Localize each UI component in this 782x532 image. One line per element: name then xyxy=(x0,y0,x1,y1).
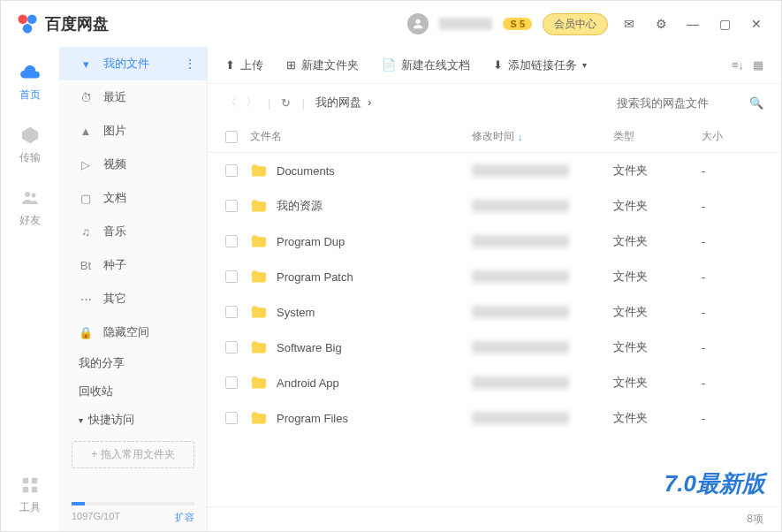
upload-button[interactable]: ⬆上传 xyxy=(225,57,263,73)
nav-label: 好友 xyxy=(19,213,41,228)
sidebar-icon: ▾ xyxy=(79,57,93,71)
file-name: Android App xyxy=(277,376,339,390)
nav-back[interactable]: 〈 xyxy=(225,95,237,110)
table-row[interactable]: Program Patch文件夹- xyxy=(208,259,781,294)
statusbar: 8项 xyxy=(208,506,781,531)
file-mtime xyxy=(472,306,569,318)
more-icon[interactable]: ⋮ xyxy=(184,57,196,71)
table-row[interactable]: Android App文件夹- xyxy=(208,365,781,400)
col-name[interactable]: 文件名 xyxy=(250,129,472,144)
titlebar: 百度网盘 S 5 会员中心 ✉ ⚙ — ▢ ✕ xyxy=(1,1,781,47)
row-checkbox[interactable] xyxy=(225,235,238,247)
sidebar-item-3[interactable]: ▷视频 xyxy=(59,148,207,181)
sidebar-item-8[interactable]: 🔒隐藏空间 xyxy=(59,315,207,349)
row-checkbox[interactable] xyxy=(225,200,238,212)
file-mtime xyxy=(472,200,569,212)
nav-friends[interactable]: 好友 xyxy=(19,186,42,228)
friends-icon xyxy=(19,187,41,209)
row-checkbox[interactable] xyxy=(225,412,238,424)
col-time[interactable]: 修改时间↓ xyxy=(472,129,613,144)
mail-icon[interactable]: ✉ xyxy=(619,13,640,34)
maximize-button[interactable]: ▢ xyxy=(714,13,735,34)
table-row[interactable]: Program Dup文件夹- xyxy=(208,224,781,259)
grid-view-icon[interactable]: ▦ xyxy=(753,58,763,72)
sidebar-icon: ▲ xyxy=(79,125,93,138)
table-row[interactable]: Documents文件夹- xyxy=(208,153,781,188)
nav-forward[interactable]: 〉 xyxy=(246,95,257,110)
sidebar-item-2[interactable]: ▲图片 xyxy=(59,114,207,148)
sidebar-item-0[interactable]: ▾我的文件⋮ xyxy=(59,47,207,80)
row-checkbox[interactable] xyxy=(225,164,238,177)
sidebar-label: 文档 xyxy=(103,190,126,206)
sidebar-item-5[interactable]: ♫音乐 xyxy=(59,215,207,248)
search-icon[interactable]: 🔍 xyxy=(749,96,763,110)
table-row[interactable]: 我的资源文件夹- xyxy=(208,188,781,224)
svg-point-2 xyxy=(23,24,33,34)
settings-icon[interactable]: ⚙ xyxy=(650,13,672,34)
svg-rect-7 xyxy=(23,478,28,483)
chevron-down-icon: ▾ xyxy=(582,60,587,70)
sidebar-item-1[interactable]: ⏱最近 xyxy=(59,80,207,114)
member-center-button[interactable]: 会员中心 xyxy=(543,13,608,35)
sidebar-label: 图片 xyxy=(103,123,126,139)
table-header: 文件名 修改时间↓ 类型 大小 xyxy=(208,121,781,153)
quickaccess-dropzone[interactable]: + 拖入常用文件夹 xyxy=(72,441,194,468)
sidebar-recycle[interactable]: 回收站 xyxy=(59,377,207,406)
folder-icon xyxy=(250,411,268,425)
avatar[interactable] xyxy=(407,13,429,34)
col-size[interactable]: 大小 xyxy=(702,129,763,144)
sidebar-label: 隐藏空间 xyxy=(103,324,149,340)
svg-point-3 xyxy=(416,19,421,24)
file-size: - xyxy=(702,341,763,354)
table-row[interactable]: Program Files文件夹- xyxy=(208,400,781,436)
table-row[interactable]: Software Big文件夹- xyxy=(208,330,781,365)
nav-transfer[interactable]: 传输 xyxy=(19,124,42,165)
row-checkbox[interactable] xyxy=(225,341,238,353)
file-mtime xyxy=(472,376,569,389)
breadcrumb[interactable]: 我的网盘 › xyxy=(315,95,372,110)
row-checkbox[interactable] xyxy=(225,306,238,318)
nav-label: 传输 xyxy=(19,150,41,165)
sidebar-item-4[interactable]: ▢文档 xyxy=(59,181,207,215)
nav-tools[interactable]: 工具 xyxy=(19,474,42,515)
svg-point-1 xyxy=(27,15,37,25)
sidebar-item-6[interactable]: Bt种子 xyxy=(59,248,207,282)
refresh-button[interactable]: ↻ xyxy=(281,96,291,110)
coin-badge[interactable]: S 5 xyxy=(503,18,532,30)
search-input[interactable] xyxy=(617,96,740,110)
username xyxy=(439,18,492,30)
file-type: 文件夹 xyxy=(613,375,702,391)
cloud-icon xyxy=(19,61,42,84)
file-size: - xyxy=(702,235,763,248)
sidebar-icon: ▢ xyxy=(79,192,93,205)
file-size: - xyxy=(702,164,763,178)
file-size: - xyxy=(702,412,763,425)
sidebar-my-share[interactable]: 我的分享 xyxy=(59,349,207,377)
nav-home[interactable]: 首页 xyxy=(19,61,42,103)
row-checkbox[interactable] xyxy=(225,270,238,283)
app-logo[interactable]: 百度网盘 xyxy=(15,11,109,36)
table-row[interactable]: System文件夹- xyxy=(208,294,781,330)
app-name: 百度网盘 xyxy=(45,13,109,34)
row-checkbox[interactable] xyxy=(225,376,238,389)
folder-icon xyxy=(250,340,268,354)
select-all-checkbox[interactable] xyxy=(225,131,238,143)
sidebar-label: 视频 xyxy=(103,156,126,172)
addlink-button[interactable]: ⬇添加链接任务▾ xyxy=(493,57,587,73)
col-type[interactable]: 类型 xyxy=(613,129,702,144)
file-name: Program Dup xyxy=(277,235,345,248)
minimize-button[interactable]: — xyxy=(682,13,703,34)
close-button[interactable]: ✕ xyxy=(746,13,767,34)
sidebar-item-7[interactable]: ⋯其它 xyxy=(59,282,207,315)
newfolder-button[interactable]: ⊞新建文件夹 xyxy=(286,57,359,73)
file-mtime xyxy=(472,164,569,177)
newdoc-button[interactable]: 📄新建在线文档 xyxy=(382,57,470,73)
svg-marker-4 xyxy=(22,127,38,143)
storage-expand-link[interactable]: 扩容 xyxy=(175,511,194,524)
pathbar: 〈 〉 | ↻ | 我的网盘 › 🔍 xyxy=(208,84,781,121)
file-name: 我的资源 xyxy=(277,198,323,214)
upload-icon: ⬆ xyxy=(225,58,235,72)
sort-icon[interactable]: ≡↓ xyxy=(732,58,744,72)
left-nav: 首页 传输 好友 工具 xyxy=(1,47,59,532)
sidebar-quickaccess[interactable]: ▾快捷访问 xyxy=(59,406,207,434)
